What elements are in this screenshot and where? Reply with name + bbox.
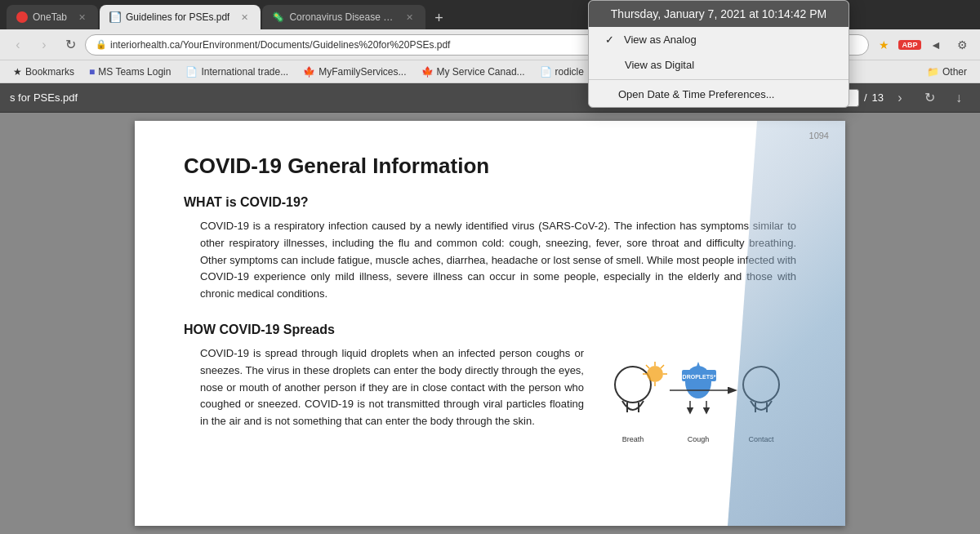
svg-line-9 [661,365,664,368]
other-folder-icon: 📁 [927,66,939,78]
adblock-badge: ABP [898,40,920,50]
open-datetime-prefs-item[interactable]: Open Date & Time Preferences... [589,82,849,107]
tab-onetab[interactable]: OneTab ✕ [7,5,98,29]
myservice-label: My Service Canad... [437,66,525,78]
bookmarks-label: Bookmarks [25,66,74,78]
bookmark-star-icon[interactable]: ★ [872,33,895,56]
pdf-main-heading: COVID-19 General Information [184,154,796,179]
tab-covid[interactable]: 🦠 Coronavirus Disease (COVID-... ✕ [262,5,425,29]
view-digital-label: View as Digital [625,59,694,71]
tab-guidelines-close[interactable]: ✕ [238,11,251,24]
url-text: interiorhealth.ca/YourEnvironment/Docume… [110,39,450,51]
view-analog-label: View as Analog [624,33,697,46]
msteams-label: MS Teams Login [98,66,171,78]
clock-menu-divider [589,79,849,80]
svg-line-8 [646,365,649,368]
extension-icon-2[interactable]: ⚙ [951,33,973,56]
pdf-page: 1094 COVID-19 General Information WHAT i… [135,121,845,526]
svg-text:Breath: Breath [622,435,644,443]
other-label: Other [942,66,967,78]
what-is-covid-body: COVID-19 is a respiratory infection caus… [184,218,796,303]
bookmark-other[interactable]: 📁 Other [920,65,973,79]
clock-header: Thursday, January 7, 2021 at 10:14:42 PM [589,1,849,27]
svg-text:Cough: Cough [688,435,710,443]
bookmark-msteams[interactable]: ■ MS Teams Login [82,65,177,79]
bookmark-myfamily[interactable]: 🍁 MyFamilyServices... [296,65,412,79]
browser-window: OneTab ✕ 📄 Guidelines for PSEs.pdf ✕ 🦠 C… [0,0,980,534]
spread-text: COVID-19 is spread through liquid drople… [184,345,584,452]
rodicle-label: rodicle [555,66,584,78]
what-is-covid-heading: WHAT is COVID-19? [184,195,796,210]
nav-right-icons: ★ ABP ◄ ⚙ [872,33,973,56]
page-number-top: 1094 [809,131,829,140]
pdf-toolbar-right: ↻ ↓ [918,87,970,109]
bookmark-bookmarks[interactable]: ★ Bookmarks [7,65,81,79]
forward-button[interactable]: › [33,33,56,56]
tab-guidelines[interactable]: 📄 Guidelines for PSEs.pdf ✕ [100,5,261,29]
what-is-covid-section: WHAT is COVID-19? COVID-19 is a respirat… [184,195,796,303]
page-separator: / [864,91,867,104]
tab-guidelines-icon: 📄 [109,11,121,23]
tab-onetab-close[interactable]: ✕ [75,11,88,24]
page-total: 13 [872,91,884,104]
msteams-icon: ■ [89,66,95,78]
new-tab-button[interactable]: + [427,7,450,29]
how-spreads-body: COVID-19 is spread through liquid drople… [184,345,584,430]
tab-covid-icon: 🦠 [272,11,284,23]
svg-point-0 [615,367,651,403]
view-digital-item[interactable]: View as Digital [589,52,849,78]
extension-icon-1[interactable]: ◄ [924,33,947,56]
intl-label: International trade... [201,66,288,78]
clock-dropdown: Thursday, January 7, 2021 at 10:14:42 PM… [588,0,849,108]
next-page-button[interactable]: › [889,87,911,109]
download-pdf-button[interactable]: ↓ [947,87,970,109]
tab-covid-label: Coronavirus Disease (COVID-... [289,11,394,23]
spread-content: COVID-19 is spread through liquid drople… [184,345,796,452]
myservice-icon: 🍁 [421,66,434,78]
intl-icon: 📄 [185,66,198,78]
rodicle-icon: 📄 [540,66,552,78]
bookmark-international[interactable]: 📄 International trade... [179,65,295,79]
lock-icon: 🔒 [96,39,107,50]
svg-text:DROPLETS*: DROPLETS* [683,374,716,380]
bookmark-myservice[interactable]: 🍁 My Service Canad... [415,65,532,79]
view-analog-item[interactable]: View as Analog [589,27,849,52]
bookmark-rodicle[interactable]: 📄 rodicle [533,65,590,79]
tab-covid-close[interactable]: ✕ [403,11,416,24]
bookmark-star: ★ [13,66,22,78]
onetab-icon [16,11,28,23]
back-button[interactable]: ‹ [7,33,29,56]
reload-button[interactable]: ↻ [59,33,82,56]
reload-pdf-button[interactable]: ↻ [918,87,941,109]
pdf-content-area: 1094 COVID-19 General Information WHAT i… [0,113,980,534]
myfamily-label: MyFamilyServices... [318,66,406,78]
adblock-icon[interactable]: ABP [898,33,921,56]
myfamily-icon: 🍁 [303,66,315,78]
tab-guidelines-label: Guidelines for PSEs.pdf [126,11,229,23]
how-spreads-section: HOW COVID-19 Spreads COVID-19 is spread … [184,323,796,452]
tab-onetab-label: OneTab [33,11,67,23]
how-spreads-heading: HOW COVID-19 Spreads [184,323,796,337]
open-datetime-label: Open Date & Time Preferences... [618,88,774,100]
